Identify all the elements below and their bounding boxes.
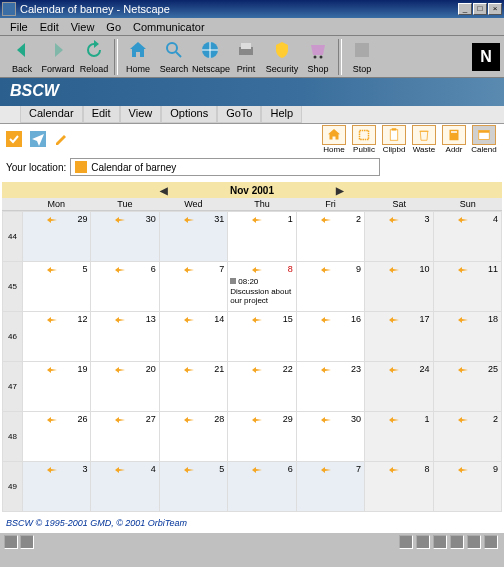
calendar-cell[interactable]: 22 bbox=[228, 362, 296, 412]
footer-link-gmd[interactable]: GMD bbox=[90, 518, 111, 528]
day-number: 28 bbox=[214, 414, 224, 424]
calendar-cell[interactable]: 1 bbox=[228, 212, 296, 262]
menu-go[interactable]: Go bbox=[100, 21, 127, 33]
calendar-cell[interactable]: 19 bbox=[23, 362, 91, 412]
back-button[interactable]: Back bbox=[4, 39, 40, 74]
component-icon[interactable] bbox=[467, 535, 481, 549]
calendar-cell[interactable]: 20 bbox=[91, 362, 159, 412]
calendar-cell[interactable]: 11 bbox=[433, 262, 501, 312]
calendar-cell[interactable]: 31 bbox=[159, 212, 227, 262]
menu-view[interactable]: View bbox=[65, 21, 101, 33]
appmenu-goto[interactable]: GoTo bbox=[217, 106, 261, 123]
edit-icon[interactable] bbox=[54, 131, 70, 147]
calendar-cell[interactable]: 808:20Discussion about our project bbox=[228, 262, 296, 312]
calendar-cell[interactable]: 28 bbox=[159, 412, 227, 462]
calendar-cell[interactable]: 8 bbox=[365, 462, 433, 512]
calendar-cell[interactable]: 29 bbox=[23, 212, 91, 262]
minimize-button[interactable]: _ bbox=[458, 3, 472, 15]
navbox-clipbd[interactable]: Clipbd bbox=[380, 125, 408, 154]
close-button[interactable]: × bbox=[488, 3, 502, 15]
calendar-cell[interactable]: 25 bbox=[433, 362, 501, 412]
security-button[interactable]: Security bbox=[264, 39, 300, 74]
appmenu-calendar[interactable]: Calendar bbox=[20, 106, 83, 123]
calendar-cell[interactable]: 16 bbox=[296, 312, 364, 362]
calendar-cell[interactable]: 4 bbox=[433, 212, 501, 262]
calendar-cell[interactable]: 1 bbox=[365, 412, 433, 462]
calendar-cell[interactable]: 3 bbox=[365, 212, 433, 262]
footer-link-orbiteam[interactable]: OrbiTeam bbox=[148, 518, 187, 528]
navbox-calend[interactable]: Calend bbox=[470, 125, 498, 154]
reload-button[interactable]: Reload bbox=[76, 39, 112, 74]
calendar-cell[interactable]: 5 bbox=[23, 262, 91, 312]
status-icon[interactable] bbox=[4, 535, 18, 549]
calendar-cell[interactable]: 7 bbox=[159, 262, 227, 312]
calendar-cell[interactable]: 12 bbox=[23, 312, 91, 362]
day-number: 24 bbox=[420, 364, 430, 374]
catch-up-icon[interactable] bbox=[6, 131, 22, 147]
calendar-cell[interactable]: 14 bbox=[159, 312, 227, 362]
day-number: 16 bbox=[351, 314, 361, 324]
navbox-public[interactable]: Public bbox=[350, 125, 378, 154]
navbox-home[interactable]: Home bbox=[320, 125, 348, 154]
navbox-waste[interactable]: Waste bbox=[410, 125, 438, 154]
calendar-cell[interactable]: 27 bbox=[91, 412, 159, 462]
calendar-cell[interactable]: 30 bbox=[296, 412, 364, 462]
appmenu-help[interactable]: Help bbox=[261, 106, 302, 123]
prev-month-button[interactable]: ◀ bbox=[160, 185, 168, 196]
home-button[interactable]: Home bbox=[120, 39, 156, 74]
calendar-cell[interactable]: 10 bbox=[365, 262, 433, 312]
calendar-cell[interactable]: 21 bbox=[159, 362, 227, 412]
calendar-cell[interactable]: 9 bbox=[296, 262, 364, 312]
browser-statusbar bbox=[0, 532, 504, 550]
appmenu-view[interactable]: View bbox=[120, 106, 162, 123]
back-icon bbox=[11, 39, 33, 61]
calendar-cell[interactable]: 9 bbox=[433, 462, 501, 512]
calendar-cell[interactable]: 6 bbox=[228, 462, 296, 512]
navbox-addr[interactable]: Addr bbox=[440, 125, 468, 154]
next-month-button[interactable]: ▶ bbox=[336, 185, 344, 196]
calendar-event[interactable]: 08:20Discussion about our project bbox=[228, 276, 295, 307]
shop-button[interactable]: Shop bbox=[300, 39, 336, 74]
component-icon[interactable] bbox=[484, 535, 498, 549]
calendar-cell[interactable]: 24 bbox=[365, 362, 433, 412]
calendar-cell[interactable]: 7 bbox=[296, 462, 364, 512]
search-button[interactable]: Search bbox=[156, 39, 192, 74]
restore-button[interactable]: □ bbox=[473, 3, 487, 15]
calendar-cell[interactable]: 6 bbox=[91, 262, 159, 312]
calendar-cell[interactable]: 30 bbox=[91, 212, 159, 262]
day-number: 9 bbox=[356, 264, 361, 274]
appmenu-edit[interactable]: Edit bbox=[83, 106, 120, 123]
calendar-cell[interactable]: 18 bbox=[433, 312, 501, 362]
component-icon[interactable] bbox=[399, 535, 413, 549]
status-icon[interactable] bbox=[20, 535, 34, 549]
calendar-cell[interactable]: 2 bbox=[433, 412, 501, 462]
flag-icon bbox=[115, 265, 125, 271]
netscape-logo[interactable]: N bbox=[472, 43, 500, 71]
calendar-cell[interactable]: 4 bbox=[91, 462, 159, 512]
stop-button[interactable]: Stop bbox=[344, 39, 380, 74]
netscape-button[interactable]: Netscape bbox=[192, 39, 228, 74]
component-icon[interactable] bbox=[433, 535, 447, 549]
calendar-cell[interactable]: 17 bbox=[365, 312, 433, 362]
send-icon[interactable] bbox=[30, 131, 46, 147]
menu-edit[interactable]: Edit bbox=[34, 21, 65, 33]
calendar-cell[interactable]: 29 bbox=[228, 412, 296, 462]
menu-file[interactable]: File bbox=[4, 21, 34, 33]
calendar-cell[interactable]: 26 bbox=[23, 412, 91, 462]
component-icon[interactable] bbox=[416, 535, 430, 549]
calendar-cell[interactable]: 15 bbox=[228, 312, 296, 362]
appmenu-options[interactable]: Options bbox=[161, 106, 217, 123]
calendar-cell[interactable]: 13 bbox=[91, 312, 159, 362]
component-icon[interactable] bbox=[450, 535, 464, 549]
calendar-cell[interactable]: 2 bbox=[296, 212, 364, 262]
print-button[interactable]: Print bbox=[228, 39, 264, 74]
calendar-cell[interactable]: 23 bbox=[296, 362, 364, 412]
calendar-cell[interactable]: 3 bbox=[23, 462, 91, 512]
day-number: 1 bbox=[288, 214, 293, 224]
window-titlebar: Calendar of barney - Netscape _ □ × bbox=[0, 0, 504, 18]
forward-button[interactable]: Forward bbox=[40, 39, 76, 74]
week-number: 48 bbox=[3, 412, 23, 462]
location-field[interactable]: Calendar of barney bbox=[70, 158, 380, 176]
menu-communicator[interactable]: Communicator bbox=[127, 21, 211, 33]
calendar-cell[interactable]: 5 bbox=[159, 462, 227, 512]
